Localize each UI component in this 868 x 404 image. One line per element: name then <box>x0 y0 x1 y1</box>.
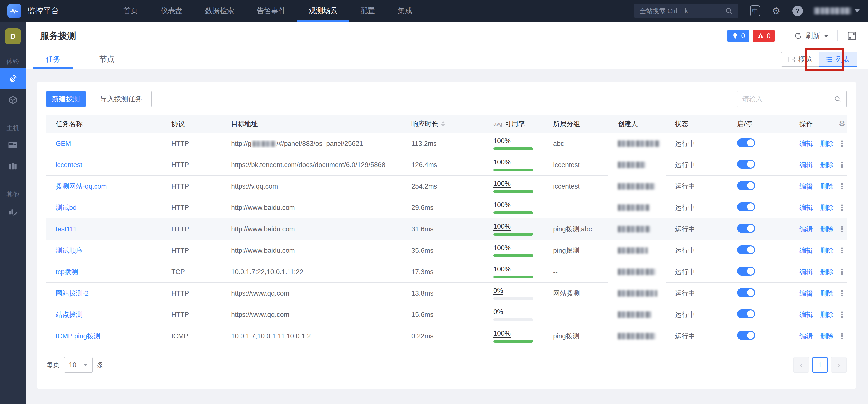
enable-toggle[interactable] <box>737 245 755 254</box>
global-search-input[interactable]: 全站搜索 Ctrl + k <box>634 4 738 18</box>
help-icon[interactable]: ? <box>793 6 803 16</box>
availability-value[interactable]: 100% <box>493 137 510 145</box>
edit-link[interactable]: 编辑 <box>799 268 813 276</box>
delete-link[interactable]: 删除 <box>820 332 834 340</box>
nav-item-集成[interactable]: 集成 <box>386 0 424 22</box>
sidebar-item-host-card[interactable] <box>0 134 26 156</box>
edit-link[interactable]: 编辑 <box>799 311 813 318</box>
task-name-link[interactable]: ICMP ping拨测 <box>56 332 100 340</box>
sidebar-item-server-rack[interactable] <box>0 156 26 177</box>
prev-page-button[interactable]: ‹ <box>794 357 809 373</box>
availability-value[interactable]: 0% <box>493 287 503 294</box>
app-logo-icon[interactable] <box>7 4 21 18</box>
task-name-link[interactable]: test111 <box>56 225 77 233</box>
delete-link[interactable]: 删除 <box>820 289 834 297</box>
more-actions-icon[interactable]: ⋮ <box>838 311 846 319</box>
enable-toggle[interactable] <box>737 309 755 318</box>
edit-link[interactable]: 编辑 <box>799 140 813 147</box>
refresh-button[interactable]: 刷新 <box>794 31 829 41</box>
delete-link[interactable]: 删除 <box>820 247 834 254</box>
sidebar-item-service-dial[interactable] <box>0 68 26 89</box>
edit-link[interactable]: 编辑 <box>799 225 813 233</box>
settings-gear-icon[interactable]: ⚙ <box>772 6 780 16</box>
availability-value[interactable]: 100% <box>493 244 510 251</box>
protocol-cell: HTTP <box>162 204 222 212</box>
nav-item-首页[interactable]: 首页 <box>112 0 149 22</box>
enable-toggle[interactable] <box>737 331 755 340</box>
more-actions-icon[interactable]: ⋮ <box>838 182 846 190</box>
language-icon[interactable]: 中 <box>750 5 760 17</box>
sidebar-item-custom-report[interactable] <box>0 201 26 222</box>
container-cube-icon <box>8 95 18 105</box>
task-name-link[interactable]: 测试bd <box>56 204 76 212</box>
nav-item-配置[interactable]: 配置 <box>349 0 386 22</box>
availability-value[interactable]: 100% <box>493 266 510 273</box>
task-name-link[interactable]: 站点拨测 <box>56 311 83 318</box>
nav-item-观测场景[interactable]: 观测场景 <box>297 0 349 22</box>
task-name-link[interactable]: tcp拨测 <box>56 268 78 276</box>
availability-value[interactable]: 100% <box>493 158 510 166</box>
more-actions-icon[interactable]: ⋮ <box>838 332 846 340</box>
task-name-link[interactable]: iccentest <box>56 161 82 169</box>
more-actions-icon[interactable]: ⋮ <box>838 225 846 233</box>
sort-icon[interactable] <box>441 121 445 127</box>
view-overview-button[interactable]: 概览 <box>781 52 819 67</box>
new-dial-test-button[interactable]: 新建拨测 <box>46 91 86 107</box>
page-number-button[interactable]: 1 <box>812 357 828 373</box>
availability-value[interactable]: 100% <box>493 223 510 230</box>
edit-link[interactable]: 编辑 <box>799 204 813 212</box>
enable-toggle[interactable] <box>737 224 755 233</box>
more-actions-icon[interactable]: ⋮ <box>838 161 846 169</box>
space-avatar[interactable]: D <box>5 28 21 44</box>
delete-link[interactable]: 删除 <box>820 225 834 233</box>
task-name-link[interactable]: 测试顺序 <box>56 247 83 254</box>
column-settings-gear-icon[interactable]: ⚙ <box>839 119 845 128</box>
availability-value[interactable]: 100% <box>493 330 510 337</box>
delete-link[interactable]: 删除 <box>820 204 834 212</box>
table-search-input[interactable]: 请输入 <box>737 91 847 107</box>
fullscreen-icon[interactable] <box>847 31 857 41</box>
nav-item-仪表盘[interactable]: 仪表盘 <box>149 0 194 22</box>
task-name-link[interactable]: 拨测网站-qq.com <box>56 183 107 190</box>
tab-tasks[interactable]: 任务 <box>33 50 73 69</box>
task-name-link[interactable]: 网站拨测-2 <box>56 289 89 297</box>
task-name-link[interactable]: GEM <box>56 140 71 147</box>
edit-link[interactable]: 编辑 <box>799 289 813 297</box>
tab-nodes[interactable]: 节点 <box>87 50 127 69</box>
sidebar-group-label: 其他 <box>6 190 20 199</box>
enable-toggle[interactable] <box>737 203 755 212</box>
edit-link[interactable]: 编辑 <box>799 332 813 340</box>
more-actions-icon[interactable]: ⋮ <box>838 289 846 297</box>
edit-link[interactable]: 编辑 <box>799 247 813 254</box>
view-list-button[interactable]: 列表 <box>819 52 857 67</box>
delete-link[interactable]: 删除 <box>820 161 834 169</box>
enable-toggle[interactable] <box>737 160 755 169</box>
sidebar-item-container-cube[interactable] <box>0 89 26 111</box>
edit-link[interactable]: 编辑 <box>799 183 813 190</box>
next-page-button[interactable]: › <box>831 357 847 373</box>
more-actions-icon[interactable]: ⋮ <box>838 247 846 254</box>
per-page-select[interactable]: 10 <box>64 357 93 373</box>
nav-item-告警事件[interactable]: 告警事件 <box>246 0 297 22</box>
edit-link[interactable]: 编辑 <box>799 161 813 169</box>
availability-value[interactable]: 100% <box>493 201 510 209</box>
more-actions-icon[interactable]: ⋮ <box>838 204 846 212</box>
error-alert-badge[interactable]: 0 <box>753 30 775 42</box>
info-alert-badge[interactable]: 0 <box>727 30 749 42</box>
enable-toggle[interactable] <box>737 138 755 147</box>
delete-link[interactable]: 删除 <box>820 311 834 318</box>
delete-link[interactable]: 删除 <box>820 140 834 147</box>
availability-value[interactable]: 100% <box>493 180 510 187</box>
delete-link[interactable]: 删除 <box>820 183 834 190</box>
enable-toggle[interactable] <box>737 181 755 190</box>
enable-toggle[interactable] <box>737 267 755 276</box>
nav-item-数据检索[interactable]: 数据检索 <box>194 0 246 22</box>
import-dial-task-button[interactable]: 导入拨测任务 <box>91 91 152 107</box>
delete-link[interactable]: 删除 <box>820 268 834 276</box>
more-actions-icon[interactable]: ⋮ <box>838 268 846 276</box>
availability-value[interactable]: 0% <box>493 308 503 316</box>
availability-bar <box>493 254 533 257</box>
enable-toggle[interactable] <box>737 288 755 297</box>
more-actions-icon[interactable]: ⋮ <box>838 139 846 148</box>
user-menu[interactable] <box>814 7 860 14</box>
